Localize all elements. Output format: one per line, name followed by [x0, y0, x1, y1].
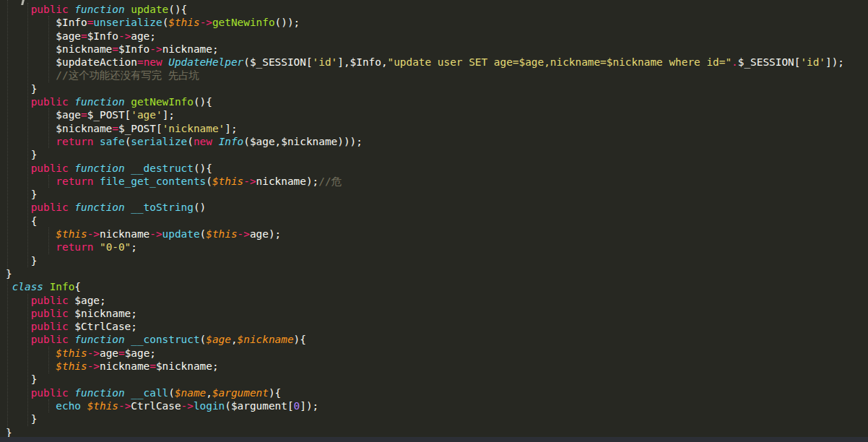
- code-line-31: echo $this->CtrlCase->login($argument[0]…: [6, 399, 868, 412]
- code-line-22: class Info{: [6, 280, 868, 293]
- code-line-4: $nickname=$Info->nickname;: [6, 43, 868, 56]
- code-line-32: }: [6, 412, 868, 425]
- code-line-12: }: [6, 148, 868, 161]
- code-line-19: return "0-0";: [6, 240, 868, 254]
- code-line-13: public function __destruct(){: [6, 162, 868, 175]
- code-line-7: }: [6, 82, 868, 95]
- code-line-28: $this->nickname=$nickname;: [6, 360, 868, 373]
- code-line-25: public $CtrlCase;: [6, 320, 868, 333]
- code-line-16: public function __toString(): [6, 201, 868, 214]
- code-line-27: $this->age=$age;: [6, 347, 868, 360]
- code-line-5: $updateAction=new UpdateHelper($_SESSION…: [6, 56, 868, 69]
- code-line-20: }: [6, 254, 868, 267]
- code-line-9: $age=$_POST['age'];: [6, 108, 868, 121]
- bottom-edge-bar: [0, 437, 868, 442]
- code-line-15: }: [6, 188, 868, 201]
- code-area[interactable]: public function update(){ $Info=unserial…: [6, 3, 868, 439]
- code-line-3: $age=$Info->age;: [6, 30, 868, 43]
- code-line-26: public function __construct($age,$nickna…: [6, 333, 868, 346]
- code-line-24: public $nickname;: [6, 307, 868, 320]
- code-line-21: }: [6, 267, 868, 280]
- code-line-30: public function __call($name,$argument){: [6, 386, 868, 399]
- code-line-18: $this->nickname->update($this->age);: [6, 228, 868, 240]
- code-line-23: public $age;: [6, 294, 868, 307]
- code-line-6: //这个功能还没有写完 先占坑: [6, 69, 868, 82]
- code-line-1: public function update(){: [6, 3, 868, 16]
- code-editor[interactable]: public function update(){ $Info=unserial…: [0, 0, 868, 442]
- code-line-17: {: [6, 214, 868, 228]
- code-line-2: $Info=unserialize($this->getNewinfo());: [6, 16, 868, 29]
- code-line-29: }: [6, 373, 868, 386]
- code-line-8: public function getNewInfo(){: [6, 95, 868, 108]
- code-line-11: return safe(serialize(new Info($age,$nic…: [6, 135, 868, 148]
- code-line-14: return file_get_contents($this->nickname…: [6, 175, 868, 188]
- code-line-10: $nickname=$_POST['nickname'];: [6, 122, 868, 135]
